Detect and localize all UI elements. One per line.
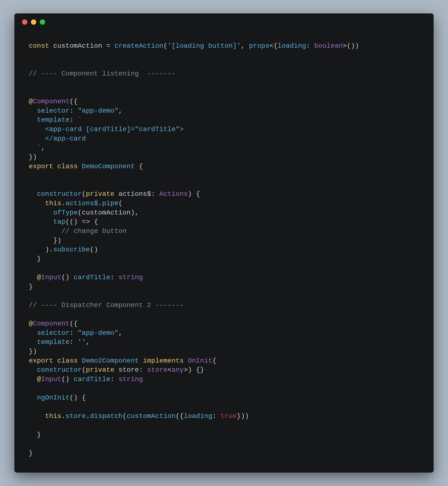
fn-tap: tap — [53, 218, 65, 226]
bracket: < — [168, 366, 171, 374]
keyword-const: const — [29, 42, 49, 50]
type-boolean: boolean — [314, 42, 343, 50]
comma: , — [86, 338, 90, 346]
decorator-at: @ — [37, 274, 41, 281]
comment: // change button — [61, 227, 127, 235]
arrow: (() => { — [65, 218, 98, 226]
brace: { — [212, 357, 216, 364]
colon: : — [110, 274, 119, 281]
prop-selector: selector — [37, 107, 70, 115]
paren: ( — [163, 42, 168, 50]
prop-cardTitle: cardTitle — [74, 376, 110, 383]
keyword-class: class — [57, 357, 78, 364]
template-line: </app-card — [29, 135, 86, 142]
paren: () — [90, 246, 98, 253]
dot: . — [98, 200, 102, 207]
comma: , — [241, 42, 249, 50]
fn-ngOnInit: ngOnInit — [37, 394, 70, 401]
arg: customAction — [82, 209, 131, 216]
prop-selector: selector — [37, 329, 70, 337]
colon: : — [70, 116, 78, 124]
colon: : — [70, 107, 78, 115]
keyword-this: this — [45, 412, 61, 420]
string-literal: '[loading button]' — [168, 42, 241, 50]
keyword-implements: implements — [143, 357, 184, 364]
fn-customAction: customAction — [127, 412, 176, 420]
colon: : — [151, 190, 159, 198]
brace: }) — [29, 348, 37, 355]
classname: DemoComponent — [82, 163, 135, 170]
fn-subscribe: subscribe — [53, 246, 90, 253]
colon: : — [139, 366, 147, 374]
type-any: any — [171, 366, 184, 374]
param-name: store — [114, 366, 139, 374]
paren: () — [61, 376, 74, 383]
fn-constructor: constructor — [37, 366, 82, 374]
classname: Demo2Component — [82, 357, 139, 364]
brace: } — [29, 450, 33, 457]
prop-actions: actions$ — [65, 200, 98, 207]
prop-cardTitle: cardTitle — [74, 274, 110, 281]
prop-template: template — [37, 338, 70, 346]
close-icon[interactable] — [22, 19, 27, 25]
dot: . — [61, 200, 65, 207]
colon: : — [110, 376, 119, 383]
keyword-private: private — [86, 366, 114, 374]
fn-props: props — [249, 42, 269, 50]
op-eq: = — [106, 42, 114, 50]
brace: ) { — [188, 190, 200, 198]
type-string: string — [119, 274, 143, 281]
keyword-private: private — [86, 190, 114, 198]
keyword-export: export — [29, 357, 53, 364]
comma: , — [41, 144, 45, 151]
fn-pipe: pipe — [102, 200, 119, 207]
decorator-at: @ — [29, 320, 33, 327]
prop-loading: loading — [278, 42, 306, 50]
minimize-icon[interactable] — [31, 19, 36, 25]
dot: . — [86, 412, 90, 420]
keyword-class: class — [57, 163, 78, 170]
paren-comma: ), — [131, 209, 139, 216]
comment: // ---- Component listening ------- — [29, 70, 176, 77]
decorator-at: @ — [37, 376, 41, 383]
dot: . — [61, 412, 65, 420]
comma: , — [119, 107, 123, 115]
fn-constructor: constructor — [37, 190, 82, 198]
decorator-at: @ — [29, 98, 33, 105]
code-window: const customAction = createAction('[load… — [14, 13, 434, 472]
colon: : — [70, 338, 78, 346]
brace: } — [37, 255, 41, 263]
prop-store: store — [65, 412, 86, 420]
fn-dispatch: dispatch — [90, 412, 123, 420]
bracket: >()) — [343, 42, 359, 50]
maximize-icon[interactable] — [40, 19, 45, 25]
paren: ( — [78, 209, 82, 216]
literal-true: true — [220, 412, 237, 420]
fn-ofType: ofType — [53, 209, 78, 216]
param-name: actions$ — [114, 190, 151, 198]
type-string: string — [119, 376, 143, 383]
string-literal: '' — [78, 338, 86, 346]
brace: })) — [237, 412, 249, 420]
backtick: ` — [78, 116, 82, 124]
colon: : — [306, 42, 314, 50]
template-line: <app-card [cardTitle]="cardTitle"> — [29, 125, 184, 133]
brace: } — [37, 431, 41, 439]
brace: }) — [29, 153, 37, 161]
decorator-component: Component — [33, 98, 70, 105]
brace: ({ — [70, 98, 78, 105]
keyword-this: this — [45, 200, 61, 207]
type-store: store — [147, 366, 168, 374]
code-content: const customAction = createAction('[load… — [14, 27, 434, 463]
paren: ). — [45, 246, 53, 253]
comment: // ---- Dispatcher Component 2 ------- — [29, 301, 184, 309]
brace: ({ — [70, 320, 78, 327]
bracket: >) — [184, 366, 192, 374]
brace: () { — [70, 394, 86, 401]
brace: {} — [192, 366, 204, 374]
ident-customAction: customAction — [49, 42, 106, 50]
colon: : — [212, 412, 220, 420]
brace: } — [29, 283, 33, 290]
paren: ( — [82, 366, 86, 374]
fn-createAction: createAction — [114, 42, 163, 50]
